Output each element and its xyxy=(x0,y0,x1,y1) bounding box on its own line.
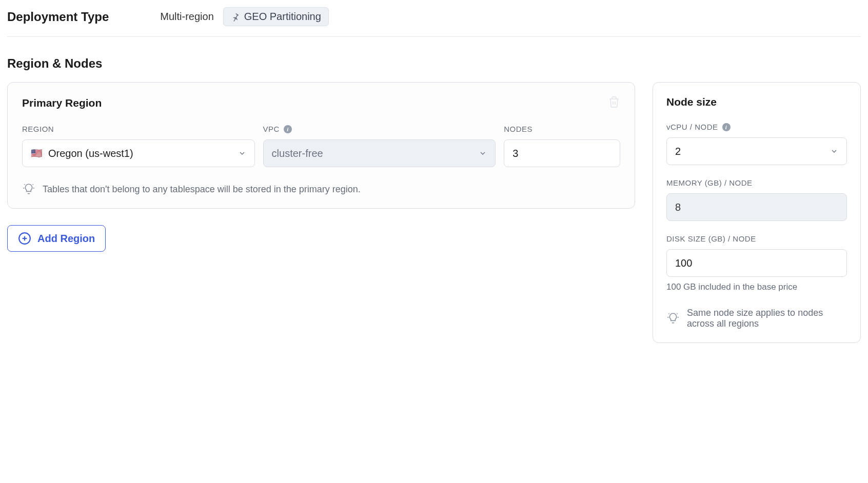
nodes-field-group: NODES 3 xyxy=(504,125,620,167)
primary-region-fields: REGION 🇺🇸 Oregon (us-west1) VPC xyxy=(22,125,620,167)
delete-region-button xyxy=(608,96,620,110)
nodes-input[interactable]: 3 xyxy=(504,139,620,167)
disk-field: DISK SIZE (GB) / NODE 100 100 GB include… xyxy=(666,234,847,292)
add-region-button[interactable]: Add Region xyxy=(7,225,106,252)
vpc-value-text: cluster-free xyxy=(272,148,323,159)
vcpu-label: vCPU / NODE i xyxy=(666,123,847,131)
primary-region-header: Primary Region xyxy=(22,96,620,110)
plus-circle-icon xyxy=(18,232,31,245)
chevron-down-icon xyxy=(479,149,487,157)
primary-region-card: Primary Region REGION 🇺🇸 xyxy=(7,82,635,209)
vcpu-label-text: vCPU / NODE xyxy=(666,123,718,131)
disk-label: DISK SIZE (GB) / NODE xyxy=(666,234,847,243)
deployment-type-tabs: Multi-region GEO Partitioning xyxy=(160,7,329,26)
nodes-label: NODES xyxy=(504,125,620,133)
deployment-type-header: Deployment Type Multi-region GEO Partiti… xyxy=(7,0,861,37)
region-nodes-title: Region & Nodes xyxy=(7,56,861,71)
lightbulb-icon xyxy=(666,312,680,325)
tab-geo-partitioning[interactable]: GEO Partitioning xyxy=(223,7,329,26)
region-value-text: Oregon (us-west1) xyxy=(48,148,133,159)
node-size-title: Node size xyxy=(666,96,847,108)
region-field-group: REGION 🇺🇸 Oregon (us-west1) xyxy=(22,125,255,167)
vpc-select[interactable]: cluster-free xyxy=(263,139,496,167)
vcpu-value-text: 2 xyxy=(675,146,681,157)
memory-label: MEMORY (GB) / NODE xyxy=(666,178,847,187)
disk-value-text: 100 xyxy=(675,257,692,269)
svg-line-3 xyxy=(24,184,25,185)
primary-region-hint-text: Tables that don't belong to any tablespa… xyxy=(43,184,361,195)
disk-input[interactable]: 100 xyxy=(666,249,847,277)
vcpu-field: vCPU / NODE i 2 xyxy=(666,123,847,165)
trash-icon xyxy=(608,96,620,108)
chevron-down-icon xyxy=(830,147,838,155)
regions-column: Primary Region REGION 🇺🇸 xyxy=(7,82,635,252)
info-icon[interactable]: i xyxy=(284,125,292,133)
vcpu-select-value: 2 xyxy=(675,146,830,157)
memory-input: 8 xyxy=(666,193,847,221)
nodes-value-text: 3 xyxy=(512,148,518,159)
primary-region-title: Primary Region xyxy=(22,97,102,109)
node-size-hint: Same node size applies to nodes across a… xyxy=(666,308,847,329)
node-size-hint-text: Same node size applies to nodes across a… xyxy=(687,308,847,329)
region-select[interactable]: 🇺🇸 Oregon (us-west1) xyxy=(22,139,255,167)
disk-footnote: 100 GB included in the base price xyxy=(666,282,847,292)
add-region-label: Add Region xyxy=(37,233,95,245)
region-label: REGION xyxy=(22,125,255,133)
vpc-label: VPC i xyxy=(263,125,496,133)
pin-icon xyxy=(231,12,240,22)
svg-line-4 xyxy=(33,184,33,185)
svg-line-12 xyxy=(677,313,678,314)
deployment-type-title: Deployment Type xyxy=(7,10,109,24)
vcpu-select[interactable]: 2 xyxy=(666,137,847,165)
lightbulb-icon xyxy=(22,183,35,196)
tab-geo-partitioning-label: GEO Partitioning xyxy=(244,11,321,23)
info-icon[interactable]: i xyxy=(722,123,731,131)
svg-line-11 xyxy=(668,313,669,314)
memory-value-text: 8 xyxy=(675,202,681,213)
tab-multi-region[interactable]: Multi-region xyxy=(160,8,213,26)
node-size-column: Node size vCPU / NODE i 2 MEMORY (GB) / … xyxy=(653,82,861,343)
vpc-field-group: VPC i cluster-free xyxy=(263,125,496,167)
chevron-down-icon xyxy=(238,149,246,157)
us-flag-icon: 🇺🇸 xyxy=(31,148,42,159)
node-size-card: Node size vCPU / NODE i 2 MEMORY (GB) / … xyxy=(653,82,861,343)
region-select-value: 🇺🇸 Oregon (us-west1) xyxy=(31,148,238,159)
vpc-select-value: cluster-free xyxy=(272,148,479,159)
vpc-label-text: VPC xyxy=(263,125,280,133)
primary-region-hint: Tables that don't belong to any tablespa… xyxy=(22,183,620,196)
region-nodes-area: Primary Region REGION 🇺🇸 xyxy=(7,82,861,343)
memory-field: MEMORY (GB) / NODE 8 xyxy=(666,178,847,221)
